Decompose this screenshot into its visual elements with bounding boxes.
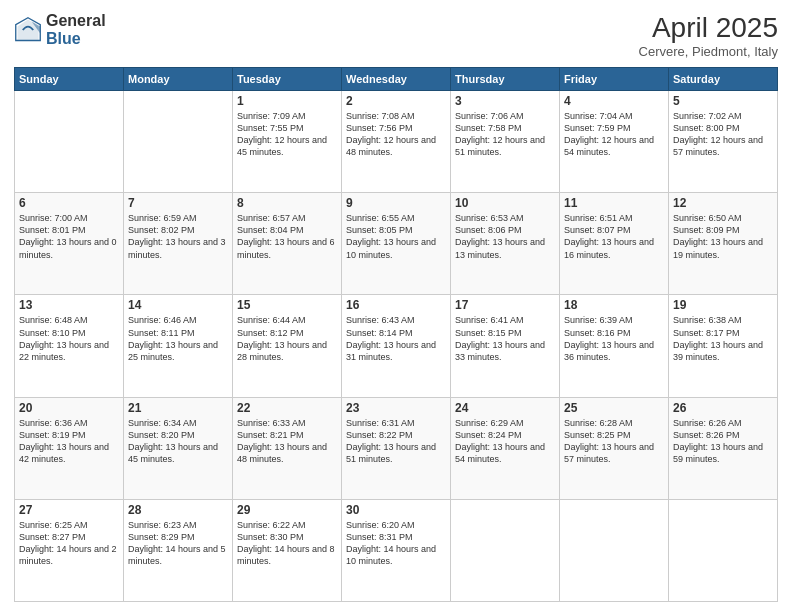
cell-1-2: 8Sunrise: 6:57 AMSunset: 8:04 PMDaylight… — [233, 193, 342, 295]
cell-2-6: 19Sunrise: 6:38 AMSunset: 8:17 PMDayligh… — [669, 295, 778, 397]
cell-0-2: 1Sunrise: 7:09 AMSunset: 7:55 PMDaylight… — [233, 91, 342, 193]
day-info-0-5: Sunrise: 7:04 AMSunset: 7:59 PMDaylight:… — [564, 110, 664, 159]
sunset-3-6: Sunset: 8:26 PM — [673, 429, 773, 441]
day-number-1-4: 10 — [455, 196, 555, 210]
sunset-1-5: Sunset: 8:07 PM — [564, 224, 664, 236]
daylight-0-2: Daylight: 12 hours and 45 minutes. — [237, 134, 337, 158]
day-info-2-0: Sunrise: 6:48 AMSunset: 8:10 PMDaylight:… — [19, 314, 119, 363]
day-info-1-1: Sunrise: 6:59 AMSunset: 8:02 PMDaylight:… — [128, 212, 228, 261]
day-number-1-1: 7 — [128, 196, 228, 210]
day-number-1-6: 12 — [673, 196, 773, 210]
day-info-3-4: Sunrise: 6:29 AMSunset: 8:24 PMDaylight:… — [455, 417, 555, 466]
sunset-2-0: Sunset: 8:10 PM — [19, 327, 119, 339]
calendar-table: Sunday Monday Tuesday Wednesday Thursday… — [14, 67, 778, 602]
sunrise-1-3: Sunrise: 6:55 AM — [346, 212, 446, 224]
day-number-4-2: 29 — [237, 503, 337, 517]
weekday-header-row: Sunday Monday Tuesday Wednesday Thursday… — [15, 68, 778, 91]
header-wednesday: Wednesday — [342, 68, 451, 91]
header-tuesday: Tuesday — [233, 68, 342, 91]
sunrise-3-1: Sunrise: 6:34 AM — [128, 417, 228, 429]
cell-4-3: 30Sunrise: 6:20 AMSunset: 8:31 PMDayligh… — [342, 499, 451, 601]
cell-3-6: 26Sunrise: 6:26 AMSunset: 8:26 PMDayligh… — [669, 397, 778, 499]
sunset-4-1: Sunset: 8:29 PM — [128, 531, 228, 543]
sunset-3-5: Sunset: 8:25 PM — [564, 429, 664, 441]
day-info-2-4: Sunrise: 6:41 AMSunset: 8:15 PMDaylight:… — [455, 314, 555, 363]
sunset-0-2: Sunset: 7:55 PM — [237, 122, 337, 134]
sunset-2-1: Sunset: 8:11 PM — [128, 327, 228, 339]
daylight-0-4: Daylight: 12 hours and 51 minutes. — [455, 134, 555, 158]
sunset-4-2: Sunset: 8:30 PM — [237, 531, 337, 543]
daylight-3-1: Daylight: 13 hours and 45 minutes. — [128, 441, 228, 465]
day-info-1-6: Sunrise: 6:50 AMSunset: 8:09 PMDaylight:… — [673, 212, 773, 261]
sunrise-4-0: Sunrise: 6:25 AM — [19, 519, 119, 531]
cell-2-4: 17Sunrise: 6:41 AMSunset: 8:15 PMDayligh… — [451, 295, 560, 397]
main-title: April 2025 — [639, 12, 778, 44]
cell-1-1: 7Sunrise: 6:59 AMSunset: 8:02 PMDaylight… — [124, 193, 233, 295]
daylight-3-4: Daylight: 13 hours and 54 minutes. — [455, 441, 555, 465]
cell-2-2: 15Sunrise: 6:44 AMSunset: 8:12 PMDayligh… — [233, 295, 342, 397]
sunset-2-4: Sunset: 8:15 PM — [455, 327, 555, 339]
cell-0-3: 2Sunrise: 7:08 AMSunset: 7:56 PMDaylight… — [342, 91, 451, 193]
daylight-2-4: Daylight: 13 hours and 33 minutes. — [455, 339, 555, 363]
sunrise-4-3: Sunrise: 6:20 AM — [346, 519, 446, 531]
week-row-3: 20Sunrise: 6:36 AMSunset: 8:19 PMDayligh… — [15, 397, 778, 499]
sunset-0-3: Sunset: 7:56 PM — [346, 122, 446, 134]
sunset-1-2: Sunset: 8:04 PM — [237, 224, 337, 236]
day-info-0-4: Sunrise: 7:06 AMSunset: 7:58 PMDaylight:… — [455, 110, 555, 159]
cell-3-1: 21Sunrise: 6:34 AMSunset: 8:20 PMDayligh… — [124, 397, 233, 499]
cell-0-4: 3Sunrise: 7:06 AMSunset: 7:58 PMDaylight… — [451, 91, 560, 193]
sunrise-2-3: Sunrise: 6:43 AM — [346, 314, 446, 326]
sunrise-1-2: Sunrise: 6:57 AM — [237, 212, 337, 224]
sunset-3-4: Sunset: 8:24 PM — [455, 429, 555, 441]
daylight-4-3: Daylight: 14 hours and 10 minutes. — [346, 543, 446, 567]
cell-0-0 — [15, 91, 124, 193]
day-number-3-3: 23 — [346, 401, 446, 415]
logo-icon — [14, 16, 42, 44]
day-info-1-4: Sunrise: 6:53 AMSunset: 8:06 PMDaylight:… — [455, 212, 555, 261]
cell-1-5: 11Sunrise: 6:51 AMSunset: 8:07 PMDayligh… — [560, 193, 669, 295]
daylight-1-6: Daylight: 13 hours and 19 minutes. — [673, 236, 773, 260]
day-info-2-6: Sunrise: 6:38 AMSunset: 8:17 PMDaylight:… — [673, 314, 773, 363]
sunset-3-2: Sunset: 8:21 PM — [237, 429, 337, 441]
day-info-3-0: Sunrise: 6:36 AMSunset: 8:19 PMDaylight:… — [19, 417, 119, 466]
sunset-0-4: Sunset: 7:58 PM — [455, 122, 555, 134]
cell-4-0: 27Sunrise: 6:25 AMSunset: 8:27 PMDayligh… — [15, 499, 124, 601]
week-row-4: 27Sunrise: 6:25 AMSunset: 8:27 PMDayligh… — [15, 499, 778, 601]
sunrise-1-4: Sunrise: 6:53 AM — [455, 212, 555, 224]
sunrise-0-2: Sunrise: 7:09 AM — [237, 110, 337, 122]
sunrise-0-6: Sunrise: 7:02 AM — [673, 110, 773, 122]
sunrise-2-5: Sunrise: 6:39 AM — [564, 314, 664, 326]
day-number-3-1: 21 — [128, 401, 228, 415]
day-number-2-6: 19 — [673, 298, 773, 312]
day-info-2-3: Sunrise: 6:43 AMSunset: 8:14 PMDaylight:… — [346, 314, 446, 363]
logo-general-text: General — [46, 12, 106, 30]
sunset-2-5: Sunset: 8:16 PM — [564, 327, 664, 339]
cell-4-1: 28Sunrise: 6:23 AMSunset: 8:29 PMDayligh… — [124, 499, 233, 601]
logo: General Blue — [14, 12, 106, 47]
daylight-1-3: Daylight: 13 hours and 10 minutes. — [346, 236, 446, 260]
sunset-0-5: Sunset: 7:59 PM — [564, 122, 664, 134]
sunrise-0-3: Sunrise: 7:08 AM — [346, 110, 446, 122]
day-info-4-3: Sunrise: 6:20 AMSunset: 8:31 PMDaylight:… — [346, 519, 446, 568]
sunset-1-3: Sunset: 8:05 PM — [346, 224, 446, 236]
header: General Blue April 2025 Cervere, Piedmon… — [14, 12, 778, 59]
sunset-1-4: Sunset: 8:06 PM — [455, 224, 555, 236]
day-number-3-2: 22 — [237, 401, 337, 415]
sunrise-1-5: Sunrise: 6:51 AM — [564, 212, 664, 224]
day-info-3-3: Sunrise: 6:31 AMSunset: 8:22 PMDaylight:… — [346, 417, 446, 466]
cell-4-6 — [669, 499, 778, 601]
sunrise-1-0: Sunrise: 7:00 AM — [19, 212, 119, 224]
daylight-2-3: Daylight: 13 hours and 31 minutes. — [346, 339, 446, 363]
cell-3-2: 22Sunrise: 6:33 AMSunset: 8:21 PMDayligh… — [233, 397, 342, 499]
daylight-0-3: Daylight: 12 hours and 48 minutes. — [346, 134, 446, 158]
daylight-4-1: Daylight: 14 hours and 5 minutes. — [128, 543, 228, 567]
sunrise-3-4: Sunrise: 6:29 AM — [455, 417, 555, 429]
day-info-3-5: Sunrise: 6:28 AMSunset: 8:25 PMDaylight:… — [564, 417, 664, 466]
cell-3-5: 25Sunrise: 6:28 AMSunset: 8:25 PMDayligh… — [560, 397, 669, 499]
week-row-0: 1Sunrise: 7:09 AMSunset: 7:55 PMDaylight… — [15, 91, 778, 193]
cell-0-1 — [124, 91, 233, 193]
day-number-0-4: 3 — [455, 94, 555, 108]
day-number-4-1: 28 — [128, 503, 228, 517]
daylight-2-0: Daylight: 13 hours and 22 minutes. — [19, 339, 119, 363]
day-number-2-1: 14 — [128, 298, 228, 312]
